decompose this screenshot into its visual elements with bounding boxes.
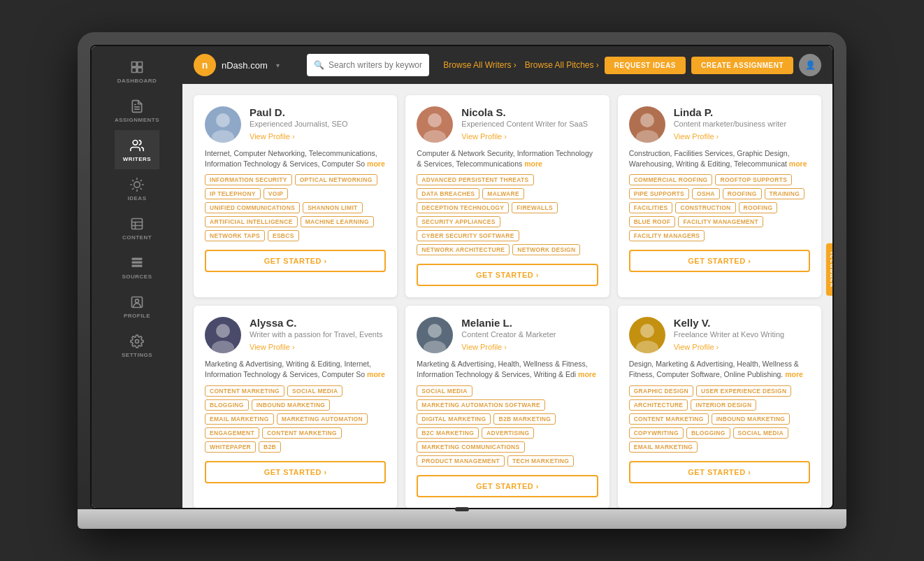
sidebar-label-dashboard: DASHBOARD [117, 78, 157, 84]
writer-tag: NETWORK DESIGN [512, 244, 580, 255]
writer-tag: UNIFIED COMMUNICATIONS [205, 202, 300, 213]
user-avatar[interactable]: 👤 [799, 54, 821, 76]
browse-pitches-link[interactable]: Browse All Pitches › [525, 60, 599, 70]
writer-tag: TRAINING [765, 188, 804, 199]
writer-tag: CONSTRUCTION [675, 202, 735, 213]
svg-point-34 [636, 341, 658, 353]
svg-point-31 [428, 324, 442, 338]
writer-expertise-melanie: Marketing & Advertising, Health, Wellnes… [417, 359, 598, 379]
feedback-tab[interactable]: feedback [826, 243, 833, 296]
sidebar-label-writers: WRITERS [123, 156, 151, 162]
writer-tag: USER EXPERIENCE DESIGN [696, 385, 791, 397]
sidebar-item-assignments[interactable]: ASSIGNMENTS [115, 91, 159, 130]
writer-tag: FACILITY MANAGEMENT [678, 216, 763, 227]
more-link-alyssa[interactable]: more [367, 370, 385, 378]
writer-tag: INBOUND MARKETING [252, 399, 331, 411]
more-link-paul[interactable]: more [367, 159, 385, 168]
request-ideas-button[interactable]: REQUEST IDEAS [605, 57, 686, 74]
get-started-button-alyssa[interactable]: GET STARTED › [205, 461, 386, 483]
writer-tag: ADVANCED PERSISTENT THREATS [417, 174, 533, 185]
writer-tag: TECH MARKETING [507, 455, 574, 467]
sidebar-item-ideas[interactable]: IDEAS [115, 169, 159, 208]
writers-grid: Paul D. Experienced Journalist, SEO View… [194, 95, 821, 508]
writer-tag: COPYWRITING [629, 427, 684, 439]
writer-tag: VOIP [264, 188, 289, 199]
sidebar-item-content[interactable]: CONTENT [115, 208, 159, 248]
writer-card-alyssa: Alyssa C. Writer with a passion for Trav… [194, 306, 397, 508]
writer-tag: B2C MARKETING [417, 427, 479, 439]
writer-tag: B2B MARKETING [493, 413, 556, 425]
sources-icon [129, 255, 145, 271]
writer-tag: PIPE SUPPORTS [629, 188, 689, 199]
tags-container-melanie: SOCIAL MEDIAMARKETING AUTOMATION SOFTWAR… [417, 385, 598, 467]
svg-point-6 [133, 141, 138, 145]
writer-expertise-paul: Internet, Computer Networking, Telecommu… [205, 148, 386, 169]
tags-container-alyssa: CONTENT MARKETINGSOCIAL MEDIABLOGGINGINB… [205, 385, 386, 453]
search-bar[interactable]: 🔍 [307, 54, 429, 76]
brand-area: n nDash.com ▾ [194, 54, 298, 76]
writer-tag: PRODUCT MANAGEMENT [417, 455, 505, 467]
get-started-button-linda[interactable]: GET STARTED › [629, 250, 810, 272]
sidebar-label-ideas: IDEAS [128, 195, 147, 201]
writer-info-melanie: Melanie L. Content Creator & Marketer Vi… [461, 317, 598, 353]
writer-profile-link-kelly[interactable]: View Profile › [674, 343, 719, 351]
more-link-linda[interactable]: more [789, 159, 807, 168]
svg-point-30 [212, 341, 234, 353]
sidebar-label-profile: PROFILE [124, 313, 150, 319]
sidebar-item-sources[interactable]: SOURCES [115, 248, 159, 287]
writer-expertise-kelly: Design, Marketing & Advertising, Health,… [629, 359, 810, 379]
writers-icon [129, 137, 145, 154]
writer-profile-link-linda[interactable]: View Profile › [674, 132, 719, 141]
laptop-notch [455, 507, 469, 511]
get-started-button-paul[interactable]: GET STARTED › [205, 250, 386, 272]
writer-tag: GRAPHIC DESIGN [629, 385, 693, 397]
writer-tag: SOCIAL MEDIA [417, 385, 472, 397]
writer-tag: INFORMATION SECURITY [205, 174, 292, 185]
writer-tag: COMMERCIAL ROOFING [629, 174, 713, 185]
svg-point-33 [640, 324, 654, 338]
svg-point-25 [428, 113, 442, 127]
writer-avatar-kelly [629, 317, 665, 353]
search-icon: 🔍 [314, 60, 324, 70]
writer-name-nicola: Nicola S. [461, 106, 598, 118]
browse-writers-link[interactable]: Browse All Writers › [443, 60, 516, 70]
writer-profile-link-melanie[interactable]: View Profile › [461, 343, 507, 351]
writer-tag: FACILITY MANAGERS [629, 230, 705, 241]
writer-tag: CONTENT MARKETING [262, 427, 342, 439]
sidebar-item-writers[interactable]: WRITERS [115, 130, 159, 169]
create-assignment-button[interactable]: CREATE ASSIGNMENT [691, 57, 793, 74]
svg-rect-1 [138, 62, 143, 67]
writer-name-linda: Linda P. [674, 106, 810, 118]
sidebar-item-profile[interactable]: PROFILE [115, 287, 159, 326]
svg-point-27 [640, 113, 654, 127]
sidebar-item-settings[interactable]: SETTINGS [115, 326, 159, 365]
writer-tag: NETWORK TAPS [205, 230, 265, 241]
writer-tag: ROOFING [739, 202, 778, 213]
get-started-button-nicola[interactable]: GET STARTED › [417, 264, 598, 286]
laptop-frame: DASHBOARD ASSIGNMENTS WRITERS IDEAS CONT… [78, 32, 846, 529]
get-started-button-melanie[interactable]: GET STARTED › [417, 475, 598, 497]
svg-point-28 [636, 130, 658, 143]
writer-profile-link-paul[interactable]: View Profile › [250, 132, 295, 141]
svg-point-21 [135, 299, 138, 303]
writer-profile-link-nicola[interactable]: View Profile › [461, 132, 507, 141]
sidebar-item-dashboard[interactable]: DASHBOARD [115, 52, 159, 91]
sidebar-label-sources: SOURCES [122, 274, 152, 280]
writer-info-paul: Paul D. Experienced Journalist, SEO View… [250, 106, 386, 142]
more-link-nicola[interactable]: more [524, 159, 542, 168]
writer-tag: ENGAGEMENT [205, 427, 259, 439]
writer-avatar-alyssa [205, 317, 241, 353]
writer-expertise-linda: Construction, Facilities Services, Graph… [629, 148, 810, 169]
writer-tag: MACHINE LEARNING [301, 216, 374, 227]
sidebar-label-content: CONTENT [122, 234, 152, 241]
get-started-button-kelly[interactable]: GET STARTED › [629, 461, 810, 483]
more-link-melanie[interactable]: more [578, 370, 596, 378]
writer-card-melanie: Melanie L. Content Creator & Marketer Vi… [405, 306, 609, 508]
svg-line-11 [140, 188, 141, 189]
search-input[interactable] [329, 60, 422, 70]
writer-tag: EMAIL MARKETING [629, 441, 698, 453]
writer-card-paul: Paul D. Experienced Journalist, SEO View… [194, 95, 397, 297]
writer-name-alyssa: Alyssa C. [250, 317, 386, 329]
writer-profile-link-alyssa[interactable]: View Profile › [250, 343, 295, 351]
more-link-kelly[interactable]: more [785, 370, 803, 378]
